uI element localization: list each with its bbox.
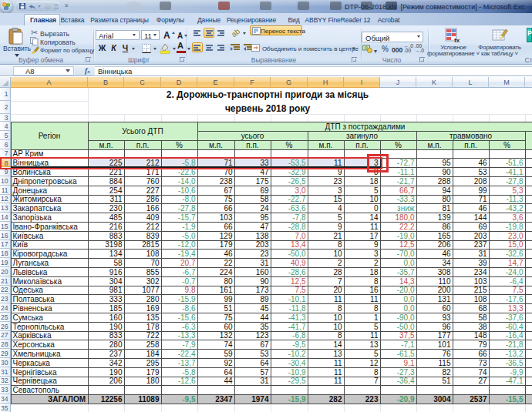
svg-text:A: A [163,30,170,40]
svg-text:A: A [177,32,183,40]
svg-text:fx: fx [454,37,460,43]
